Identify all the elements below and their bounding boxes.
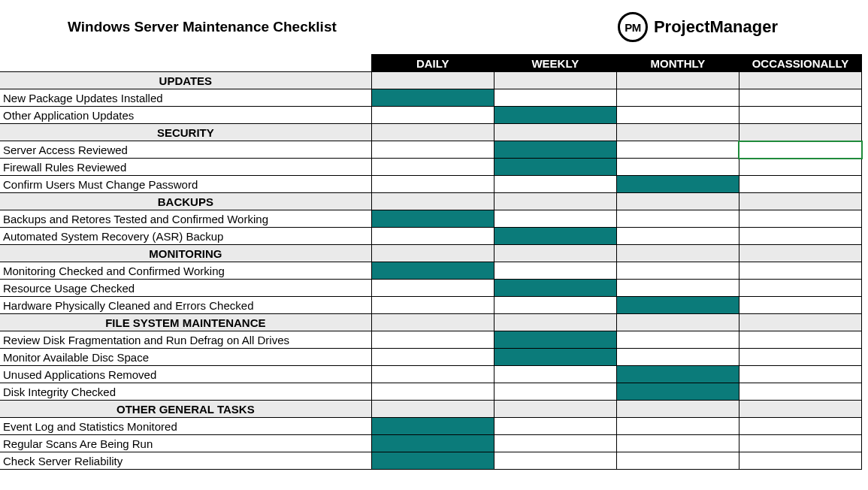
frequency-cell[interactable] xyxy=(494,262,616,280)
frequency-cell[interactable] xyxy=(371,228,494,245)
task-label[interactable]: Server Access Reviewed xyxy=(0,141,371,159)
frequency-cell[interactable] xyxy=(739,280,861,297)
frequency-cell[interactable] xyxy=(616,141,739,159)
frequency-cell[interactable] xyxy=(616,331,739,349)
frequency-cell[interactable] xyxy=(494,141,616,159)
frequency-cell[interactable] xyxy=(616,228,739,245)
frequency-cell[interactable] xyxy=(494,107,616,124)
frequency-cell[interactable] xyxy=(371,89,494,107)
task-label[interactable]: Other Application Updates xyxy=(0,107,371,124)
frequency-cell[interactable] xyxy=(371,418,494,435)
task-label[interactable]: Monitoring Checked and Confirmed Working xyxy=(0,262,371,280)
frequency-cell[interactable] xyxy=(616,366,739,383)
section-label[interactable]: MONITORING xyxy=(0,245,371,262)
section-spacer xyxy=(371,124,494,141)
frequency-cell[interactable] xyxy=(371,383,494,401)
task-label[interactable]: Automated System Recovery (ASR) Backup xyxy=(0,228,371,245)
frequency-cell[interactable] xyxy=(494,297,616,314)
frequency-cell[interactable] xyxy=(616,176,739,193)
frequency-cell[interactable] xyxy=(739,452,861,470)
task-label[interactable]: Event Log and Statistics Monitored xyxy=(0,418,371,435)
frequency-cell[interactable] xyxy=(371,366,494,383)
task-label[interactable]: Disk Integrity Checked xyxy=(0,383,371,401)
frequency-cell[interactable] xyxy=(616,159,739,176)
frequency-cell[interactable] xyxy=(371,349,494,366)
section-spacer xyxy=(739,401,861,418)
task-label[interactable]: Unused Applications Removed xyxy=(0,366,371,383)
frequency-cell[interactable] xyxy=(616,262,739,280)
section-label[interactable]: OTHER GENERAL TASKS xyxy=(0,401,371,418)
frequency-cell[interactable] xyxy=(494,383,616,401)
section-spacer xyxy=(494,124,616,141)
section-label[interactable]: SECURITY xyxy=(0,124,371,141)
header-weekly[interactable]: WEEKLY xyxy=(494,55,616,72)
task-label[interactable]: New Package Updates Installed xyxy=(0,89,371,107)
frequency-cell[interactable] xyxy=(494,280,616,297)
frequency-cell[interactable] xyxy=(739,435,861,452)
frequency-cell[interactable] xyxy=(371,176,494,193)
frequency-cell[interactable] xyxy=(494,366,616,383)
frequency-cell[interactable] xyxy=(494,176,616,193)
frequency-cell[interactable] xyxy=(616,210,739,228)
frequency-cell[interactable] xyxy=(739,210,861,228)
frequency-cell[interactable] xyxy=(494,159,616,176)
frequency-cell[interactable] xyxy=(494,349,616,366)
frequency-cell[interactable] xyxy=(739,107,861,124)
frequency-cell[interactable] xyxy=(494,435,616,452)
frequency-cell[interactable] xyxy=(739,159,861,176)
frequency-cell[interactable] xyxy=(371,107,494,124)
frequency-cell[interactable] xyxy=(739,89,861,107)
section-label[interactable]: BACKUPS xyxy=(0,193,371,210)
frequency-cell[interactable] xyxy=(739,297,861,314)
frequency-cell[interactable] xyxy=(371,297,494,314)
header-monthly[interactable]: MONTHLY xyxy=(616,55,739,72)
header-occasionally[interactable]: OCCASSIONALLY xyxy=(739,55,861,72)
header-daily[interactable]: DAILY xyxy=(371,55,494,72)
task-label[interactable]: Firewall Rules Reviewed xyxy=(0,159,371,176)
section-spacer xyxy=(739,124,861,141)
frequency-cell[interactable] xyxy=(371,331,494,349)
frequency-cell[interactable] xyxy=(739,383,861,401)
frequency-cell[interactable] xyxy=(371,452,494,470)
task-label[interactable]: Review Disk Fragmentation and Run Defrag… xyxy=(0,331,371,349)
task-label[interactable]: Monitor Available Disc Space xyxy=(0,349,371,366)
frequency-cell[interactable] xyxy=(616,280,739,297)
frequency-cell[interactable] xyxy=(739,349,861,366)
frequency-cell[interactable] xyxy=(616,107,739,124)
frequency-cell[interactable] xyxy=(494,228,616,245)
frequency-cell[interactable] xyxy=(371,210,494,228)
frequency-cell[interactable] xyxy=(739,262,861,280)
frequency-cell[interactable] xyxy=(739,228,861,245)
frequency-cell[interactable] xyxy=(739,331,861,349)
frequency-cell[interactable] xyxy=(371,280,494,297)
frequency-cell[interactable] xyxy=(616,418,739,435)
task-row: Firewall Rules Reviewed xyxy=(0,159,862,176)
frequency-cell[interactable] xyxy=(371,141,494,159)
frequency-cell[interactable] xyxy=(616,435,739,452)
task-label[interactable]: Hardware Physically Cleaned and Errors C… xyxy=(0,297,371,314)
frequency-cell[interactable] xyxy=(739,141,861,159)
frequency-cell[interactable] xyxy=(616,349,739,366)
frequency-cell[interactable] xyxy=(494,452,616,470)
task-label[interactable]: Check Server Reliability xyxy=(0,452,371,470)
section-label[interactable]: FILE SYSTEM MAINTENANCE xyxy=(0,314,371,331)
task-label[interactable]: Confirm Users Must Change Password xyxy=(0,176,371,193)
frequency-cell[interactable] xyxy=(616,452,739,470)
frequency-cell[interactable] xyxy=(739,176,861,193)
frequency-cell[interactable] xyxy=(494,210,616,228)
frequency-cell[interactable] xyxy=(739,418,861,435)
frequency-cell[interactable] xyxy=(616,89,739,107)
task-label[interactable]: Backups and Retores Tested and Confirmed… xyxy=(0,210,371,228)
task-label[interactable]: Resource Usage Checked xyxy=(0,280,371,297)
frequency-cell[interactable] xyxy=(616,297,739,314)
task-label[interactable]: Regular Scans Are Being Run xyxy=(0,435,371,452)
frequency-cell[interactable] xyxy=(739,366,861,383)
frequency-cell[interactable] xyxy=(371,435,494,452)
frequency-cell[interactable] xyxy=(616,383,739,401)
frequency-cell[interactable] xyxy=(494,331,616,349)
frequency-cell[interactable] xyxy=(371,159,494,176)
frequency-cell[interactable] xyxy=(494,418,616,435)
frequency-cell[interactable] xyxy=(494,89,616,107)
frequency-cell[interactable] xyxy=(371,262,494,280)
section-label[interactable]: UPDATES xyxy=(0,72,371,89)
